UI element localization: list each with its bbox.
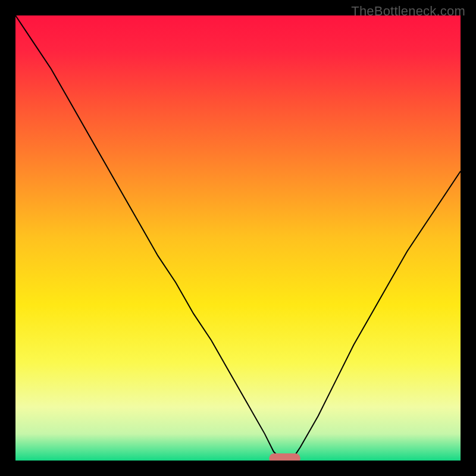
optimal-range-marker xyxy=(269,453,300,461)
chart-frame: TheBottleneck.com xyxy=(0,0,476,476)
bottleneck-chart xyxy=(15,15,461,461)
chart-background xyxy=(15,15,461,461)
